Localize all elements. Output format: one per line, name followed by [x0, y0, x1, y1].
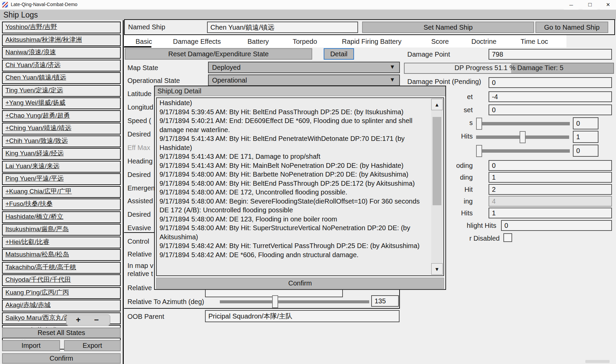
- tab-rapid-firing-battery[interactable]: Rapid Firing Battery: [342, 38, 402, 46]
- close-button[interactable]: ✕: [600, 0, 616, 9]
- title-bar: Late-Qing-Naval-Combat-Demo ─ □ ✕: [0, 0, 616, 9]
- corner-watermark: [585, 360, 610, 363]
- operational-state-dropdown[interactable]: Operational ▼: [208, 74, 400, 86]
- offset-input[interactable]: -4: [489, 91, 612, 102]
- tab-basic[interactable]: Basic: [136, 38, 152, 46]
- ship-list: Yoshino/吉野/吉野 Akitsushima/秋津洲/秋津洲 Naniwa…: [2, 22, 121, 350]
- oob-parent-label: OOB Parent: [127, 313, 164, 321]
- ship-item[interactable]: +Kuang Chia/広甲/广甲: [2, 186, 121, 198]
- tab-score[interactable]: Score: [431, 38, 449, 46]
- remove-ship-button[interactable]: −: [94, 315, 99, 325]
- ship-item[interactable]: Yoshino/吉野/吉野: [2, 22, 121, 33]
- log-line: Hashidate): [159, 98, 429, 108]
- searchlight-hits-input[interactable]: 0: [501, 220, 612, 231]
- export-button[interactable]: Export: [64, 340, 121, 351]
- longitude-label: Longitud: [127, 103, 153, 111]
- ship-item[interactable]: Takachiho/高千穂/高千穂: [2, 262, 121, 274]
- dp-progress-text: DP Progress 51.1 % Damage Tier: 5: [405, 64, 613, 72]
- maximize-button[interactable]: □: [583, 0, 597, 9]
- operational-state-label: Operational State: [127, 77, 180, 85]
- dialog-title: ShipLog Detail: [157, 87, 201, 95]
- go-to-named-ship-button[interactable]: Go to Named Ship: [535, 22, 608, 33]
- map-state-dropdown[interactable]: Deployed ▼: [208, 62, 400, 73]
- ship-item[interactable]: Itsukushima/厳島/严岛: [2, 224, 121, 236]
- tab-torpedo[interactable]: Torpedo: [293, 38, 317, 46]
- offset2-input[interactable]: 0: [489, 104, 612, 115]
- ship-item[interactable]: Chen Yuan/鎮遠/镇远: [2, 72, 121, 84]
- reset-all-states-button[interactable]: Reset All States: [2, 328, 121, 338]
- azimuth-slider-thumb[interactable]: [272, 295, 278, 308]
- hits-slider-thumb[interactable]: [520, 131, 526, 143]
- named-ship-input[interactable]: Chen Yuan/鎮遠/镇远: [207, 22, 358, 33]
- tab-doctrine[interactable]: Doctrine: [471, 38, 496, 46]
- ship-item[interactable]: Ping Yuen/平遠/平远: [2, 173, 121, 185]
- section-header: Ship Logs: [0, 10, 616, 20]
- damage-point-pending-label: Damage Point (Pending): [407, 78, 481, 86]
- speed-label: Speed (: [127, 117, 151, 125]
- ship-item[interactable]: Lai Yuan/来遠/来远: [2, 161, 121, 173]
- ship-item[interactable]: +Ching Yuan/靖遠/靖远: [2, 123, 121, 134]
- slider3-thumb[interactable]: [476, 145, 482, 157]
- hits-input[interactable]: 1: [489, 208, 612, 218]
- slider3-track[interactable]: [476, 149, 570, 153]
- import-button[interactable]: Import: [2, 340, 60, 351]
- scroll-down-button[interactable]: ▼: [431, 263, 443, 275]
- ship-item[interactable]: +Yang Wei/揚威/扬威: [2, 97, 121, 109]
- ship-item[interactable]: Matsushima/松島/松岛: [2, 249, 121, 261]
- ship-item[interactable]: Akagi/赤城/赤城: [2, 300, 121, 311]
- detail-button[interactable]: Detail: [324, 48, 354, 60]
- slider1-track[interactable]: [476, 122, 570, 125]
- log-line: 9/17/1894 5:48:00 AM: DE 123, Flooding i…: [159, 215, 429, 224]
- set-named-ship-button[interactable]: Set Named Ship: [362, 22, 534, 33]
- ship-item[interactable]: +Chao Yung/超勇/超勇: [2, 110, 121, 122]
- ship-item[interactable]: Naniwa/浪速/浪速: [2, 47, 121, 59]
- dialog-confirm-button[interactable]: Confirm: [156, 278, 444, 289]
- hit-input[interactable]: 2: [489, 184, 612, 195]
- named-ship-label: Named Ship: [128, 23, 165, 31]
- desired-label: Desired: [127, 171, 151, 179]
- ship-item[interactable]: +Hiei/比叡/比睿: [2, 237, 121, 248]
- log-line: 9/17/1894 5:41:43 AM: DE 171, Damage to …: [159, 152, 429, 161]
- scrollbar-thumb[interactable]: [433, 117, 441, 205]
- flooding1-input[interactable]: 0: [489, 160, 612, 171]
- slider1-value[interactable]: 0: [573, 117, 598, 129]
- ship-item[interactable]: +Fuso/扶桑/扶桑: [2, 199, 121, 210]
- ship-item[interactable]: King Yuan/経遠/经远: [2, 148, 121, 160]
- reset-damage-button[interactable]: Reset Damage/Expenditure State: [125, 48, 312, 60]
- log-line: 9/17/1894 5:48:42 AM: DE *606, Flooding …: [159, 250, 429, 260]
- disabled-checkbox[interactable]: [503, 233, 512, 242]
- active-tab-underline: [124, 46, 151, 48]
- slider1-thumb[interactable]: [476, 118, 482, 130]
- azimuth-slider-track[interactable]: [220, 300, 369, 303]
- add-ship-button[interactable]: +: [76, 315, 81, 325]
- section-title: Ship Logs: [3, 10, 38, 20]
- tab-battery[interactable]: Battery: [247, 38, 269, 46]
- ship-item[interactable]: Chiyoda/千代田/千代田: [2, 274, 121, 286]
- azimuth-value-input[interactable]: 135: [371, 295, 399, 307]
- ship-item[interactable]: Kuang P'ing/広丙/广丙: [2, 287, 121, 299]
- ship-item[interactable]: +Chih Yuan/致遠/致远: [2, 135, 121, 147]
- relative-label: Relative: [127, 250, 152, 258]
- searchlight-hits-label-fragment: hlight Hits: [442, 222, 496, 230]
- ship-item[interactable]: Ting Yuen/定遠/定远: [2, 85, 121, 97]
- tab-damage-effects[interactable]: Damage Effects: [173, 38, 221, 46]
- damage-point-pending-input[interactable]: 0: [489, 77, 612, 88]
- ship-item[interactable]: Akitsushima/秋津洲/秋津洲: [2, 34, 121, 46]
- hits-slider-value[interactable]: 1: [573, 131, 598, 143]
- relative-label-2: Relative: [127, 284, 152, 292]
- ship-item[interactable]: Hashidate/橋立/桥立: [2, 211, 121, 223]
- scroll-up-button[interactable]: ▲: [431, 99, 443, 110]
- damage-point-input[interactable]: 798: [489, 49, 612, 60]
- damage-point-label: Damage Point: [407, 51, 450, 58]
- tab-time-loc[interactable]: Time Loc: [521, 38, 548, 46]
- minimize-button[interactable]: ─: [564, 0, 579, 9]
- dialog-title-bar[interactable]: ShipLog Detail: [155, 86, 445, 96]
- map-state-label: Map State: [127, 64, 158, 72]
- log-scrollbar[interactable]: ▲ ▼: [431, 99, 443, 275]
- flooding2-input[interactable]: 1: [489, 172, 612, 183]
- oob-parent-input[interactable]: Pricipal Squadron/本隊/主队: [205, 310, 400, 322]
- slider3-value[interactable]: 0: [573, 145, 598, 157]
- section-divider-line: [124, 232, 155, 233]
- ship-item[interactable]: Chi Yuan/済遠/济远: [2, 60, 121, 71]
- confirm-left-button[interactable]: Confirm: [2, 353, 121, 364]
